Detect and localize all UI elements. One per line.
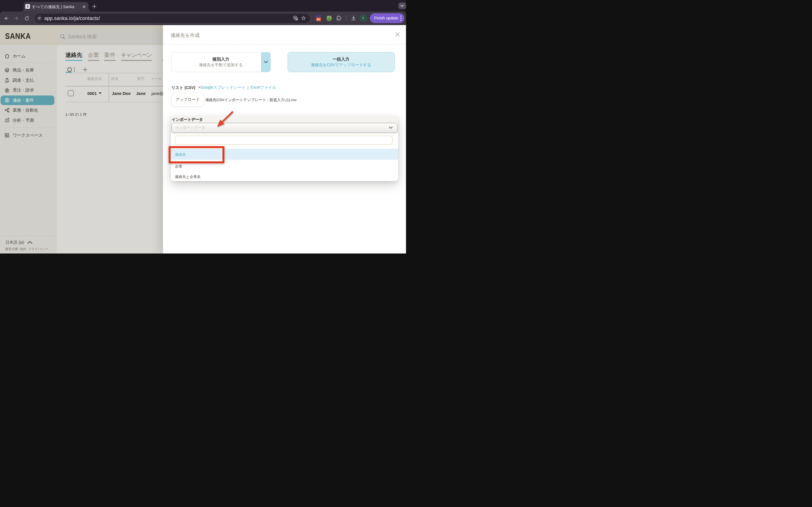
screen: S すべての連絡先 | Sanka app.sanka.io/ja/conta <box>0 0 406 253</box>
annotation-red-arrow <box>0 0 406 253</box>
